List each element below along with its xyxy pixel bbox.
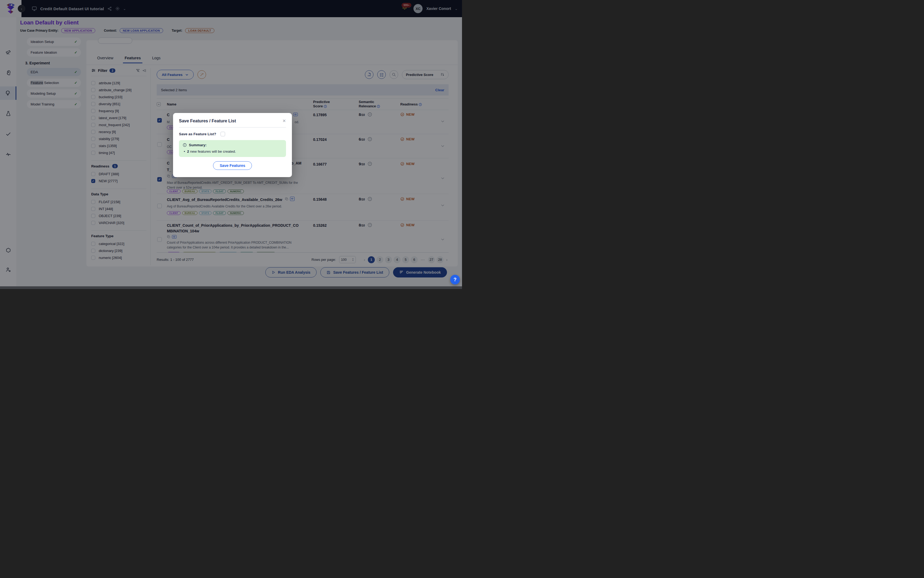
modal-title: Save Features / Feature List	[179, 119, 236, 123]
summary-text: new features will be created.	[189, 149, 236, 154]
summary-box: Summary: • 2 new features will be create…	[179, 140, 286, 157]
save-as-feature-list-checkbox[interactable]	[220, 132, 225, 136]
info-icon	[183, 143, 187, 147]
summary-count: 2	[187, 149, 189, 154]
summary-title: Summary:	[189, 143, 207, 147]
save-as-feature-list-label: Save as Feature List?	[179, 132, 216, 136]
save-features-button[interactable]: Save Features	[213, 161, 252, 170]
close-icon[interactable]: ✕	[282, 119, 286, 123]
save-features-modal: Save Features / Feature List ✕ Save as F…	[173, 113, 292, 177]
app-screen: › Credit Default Dataset UI tutorial ⌄	[0, 0, 462, 289]
help-button[interactable]: ?	[450, 275, 460, 284]
